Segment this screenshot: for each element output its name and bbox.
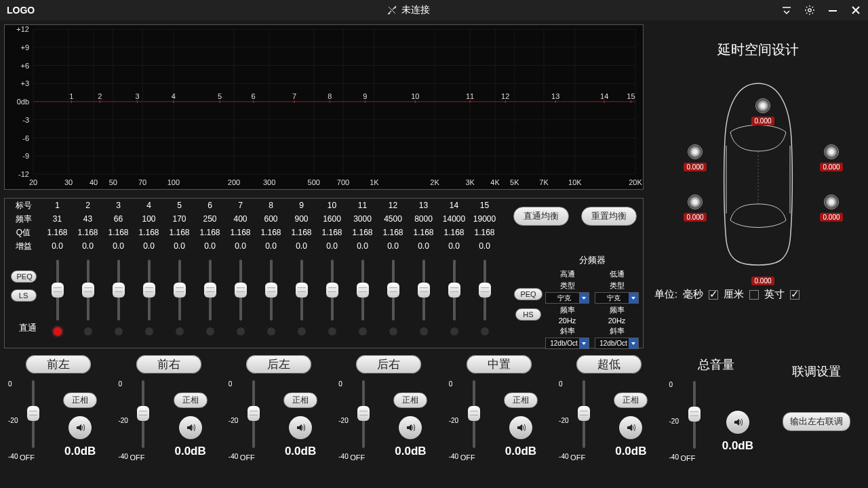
eq-led[interactable]: [54, 327, 62, 336]
lp-type-select[interactable]: 宁克: [595, 292, 639, 304]
channel-button[interactable]: 后右: [356, 355, 421, 373]
svg-text:7K: 7K: [539, 178, 549, 186]
reset-eq-button[interactable]: 重置均衡: [581, 207, 637, 226]
eq-slider[interactable]: [286, 257, 317, 348]
eq-led[interactable]: [267, 327, 275, 336]
svg-text:13: 13: [551, 92, 559, 100]
svg-text:500: 500: [308, 178, 320, 186]
speaker-fl[interactable]: 0.000: [678, 144, 712, 171]
eq-led[interactable]: [359, 327, 367, 336]
unit-cm-check[interactable]: [749, 290, 759, 300]
eq-col: 99001.1680.0: [286, 199, 317, 253]
eq-led[interactable]: [420, 327, 428, 336]
eq-led[interactable]: [176, 327, 184, 336]
eq-led[interactable]: [84, 327, 92, 336]
svg-text:11: 11: [466, 92, 474, 100]
lp-slope-select[interactable]: 12db/Oct: [595, 338, 639, 349]
svg-text:50: 50: [109, 178, 117, 186]
mute-button[interactable]: [68, 416, 92, 439]
svg-text:3: 3: [135, 92, 139, 100]
eq-led[interactable]: [145, 327, 153, 336]
gain-value: 0.0dB: [615, 445, 646, 458]
eq-slider[interactable]: [378, 257, 408, 348]
eq-slider[interactable]: [73, 257, 103, 348]
eq-led[interactable]: [206, 327, 214, 336]
phase-button[interactable]: 正相: [174, 392, 208, 408]
channel-button[interactable]: 中置: [467, 355, 532, 373]
unit-cm[interactable]: 厘米: [724, 288, 744, 301]
eq-led[interactable]: [450, 327, 458, 336]
eq-slider[interactable]: [256, 257, 286, 348]
eq-slider[interactable]: [225, 257, 256, 348]
master-mute-button[interactable]: [726, 411, 749, 434]
eq-slider[interactable]: [408, 257, 439, 348]
svg-text:2: 2: [98, 92, 102, 100]
eq-slider[interactable]: [317, 257, 347, 348]
mute-button[interactable]: [509, 416, 532, 439]
link-button[interactable]: 输出左右联调: [783, 412, 850, 431]
phase-button[interactable]: 正相: [504, 392, 538, 408]
svg-text:20K: 20K: [629, 178, 642, 186]
svg-text:+9: +9: [20, 43, 29, 52]
unit-ms-check[interactable]: [709, 290, 718, 300]
peq-button[interactable]: PEQ: [11, 270, 37, 283]
speaker-rl[interactable]: 0.000: [678, 195, 712, 222]
svg-text:4: 4: [172, 92, 176, 100]
phase-button[interactable]: 正相: [63, 392, 97, 408]
eq-slider[interactable]: [469, 257, 500, 348]
eq-led[interactable]: [328, 327, 336, 336]
channel-button[interactable]: 超低: [576, 355, 642, 373]
eq-slider[interactable]: [195, 257, 225, 348]
svg-text:-6: -6: [22, 134, 29, 142]
eq-slider[interactable]: [439, 257, 469, 348]
close-icon[interactable]: [850, 5, 861, 16]
svg-text:14: 14: [600, 92, 608, 100]
eq-slider[interactable]: [164, 257, 195, 348]
hp-freq-value: 20Hz: [545, 317, 589, 325]
svg-text:15: 15: [627, 92, 635, 100]
eq-slider[interactable]: [134, 257, 164, 348]
phase-button[interactable]: 正相: [393, 392, 427, 408]
eq-led[interactable]: [481, 327, 489, 336]
mute-button[interactable]: [619, 416, 642, 439]
off-label: OFF: [20, 453, 35, 462]
channel-button[interactable]: 前左: [26, 355, 91, 373]
gear-icon[interactable]: [804, 5, 815, 16]
speaker-fr[interactable]: 0.000: [814, 144, 848, 171]
eq-led[interactable]: [298, 327, 306, 336]
mute-button[interactable]: [289, 416, 312, 439]
eq-led[interactable]: [389, 327, 397, 336]
phase-button[interactable]: 正相: [614, 392, 648, 408]
xo-peq-button[interactable]: PEQ: [514, 288, 542, 300]
minimize-icon[interactable]: [827, 5, 838, 16]
speaker-sub[interactable]: 0.000: [746, 258, 780, 285]
speaker-center[interactable]: 0.000: [746, 98, 780, 125]
eq-slider[interactable]: [103, 257, 134, 348]
hp-type-select[interactable]: 宁克: [545, 292, 589, 304]
eq-graph[interactable]: +12+9+6+30db-3-6-9-122030405070100200300…: [4, 24, 644, 190]
speaker-rr[interactable]: 0.000: [814, 195, 848, 222]
dropdown-icon[interactable]: [781, 5, 792, 16]
svg-text:5K: 5K: [510, 178, 519, 186]
bypass-label: 直通: [11, 322, 37, 334]
eq-led[interactable]: [237, 327, 245, 336]
bypass-eq-button[interactable]: 直通均衡: [513, 207, 569, 226]
mute-button[interactable]: [399, 416, 422, 439]
ls-button[interactable]: LS: [11, 289, 37, 302]
eq-panel: 标号 频率 Q值 增益 1311.1680.02431.1680.03661.1…: [4, 198, 644, 348]
eq-led[interactable]: [115, 327, 123, 336]
phase-button[interactable]: 正相: [283, 392, 317, 408]
eq-col: 1130001.1680.0: [347, 199, 378, 253]
channel-button[interactable]: 后左: [246, 355, 311, 373]
channel-button[interactable]: 前右: [136, 355, 201, 373]
svg-point-1: [808, 9, 811, 12]
hp-slope-select[interactable]: 12db/Oct: [545, 338, 589, 349]
unit-in[interactable]: 英寸: [764, 288, 785, 301]
unit-ms[interactable]: 毫秒: [683, 288, 703, 301]
eq-slider[interactable]: [347, 257, 378, 348]
mute-button[interactable]: [179, 416, 202, 439]
unit-in-check[interactable]: [790, 290, 800, 300]
eq-slider[interactable]: [42, 257, 73, 348]
slope-label: 斜率: [595, 326, 639, 336]
xo-hs-button[interactable]: HS: [515, 308, 540, 321]
